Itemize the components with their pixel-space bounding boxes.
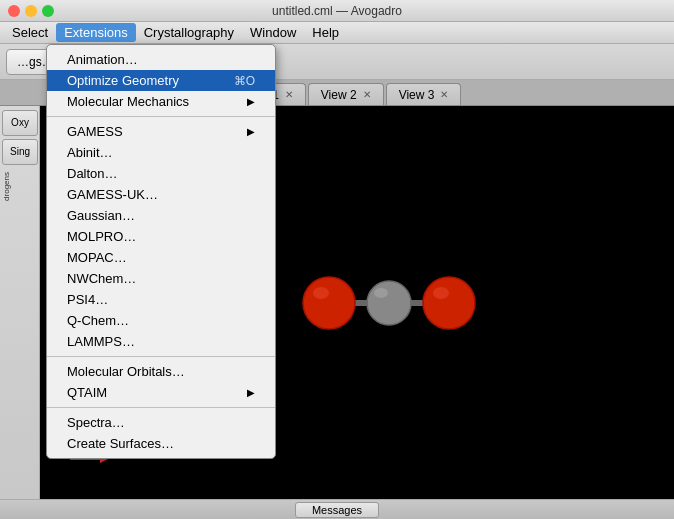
svg-point-3 bbox=[313, 287, 329, 299]
menu-item-qtaim[interactable]: QTAIM ▶ bbox=[47, 382, 275, 403]
submenu-arrow-qtaim: ▶ bbox=[247, 387, 255, 398]
tab-view2[interactable]: View 2 ✕ bbox=[308, 83, 384, 105]
menu-item-molecular-mechanics[interactable]: Molecular Mechanics ▶ bbox=[47, 91, 275, 112]
menu-item-create-surfaces[interactable]: Create Surfaces… bbox=[47, 433, 275, 454]
menu-help[interactable]: Help bbox=[304, 23, 347, 42]
status-bar: Messages bbox=[0, 499, 674, 519]
menu-item-lammps[interactable]: LAMMPS… bbox=[47, 331, 275, 352]
submenu-arrow-molecular-mechanics: ▶ bbox=[247, 96, 255, 107]
separator-2 bbox=[47, 356, 275, 357]
svg-point-7 bbox=[374, 288, 388, 298]
app-window: untitled.cml — Avogadro Select Extension… bbox=[0, 0, 674, 519]
menu-extensions[interactable]: Extensions bbox=[56, 23, 136, 42]
sidebar: Oxy Sing drogens bbox=[0, 106, 40, 499]
menu-item-molpro[interactable]: MOLPRO… bbox=[47, 226, 275, 247]
sidebar-button-oxy[interactable]: Oxy bbox=[2, 110, 38, 136]
menu-item-mopac[interactable]: MOPAC… bbox=[47, 247, 275, 268]
menu-crystallography[interactable]: Crystallography bbox=[136, 23, 242, 42]
menu-item-gamess[interactable]: GAMESS ▶ bbox=[47, 121, 275, 142]
submenu-arrow-gamess: ▶ bbox=[247, 126, 255, 137]
close-button[interactable] bbox=[8, 5, 20, 17]
menu-item-psi4[interactable]: PSI4… bbox=[47, 289, 275, 310]
tab-view2-label: View 2 bbox=[321, 88, 357, 102]
window-controls bbox=[8, 5, 54, 17]
menu-item-dalton[interactable]: Dalton… bbox=[47, 163, 275, 184]
optimize-geometry-shortcut: ⌘O bbox=[234, 74, 255, 88]
separator-1 bbox=[47, 116, 275, 117]
maximize-button[interactable] bbox=[42, 5, 54, 17]
sidebar-button-sing[interactable]: Sing bbox=[2, 139, 38, 165]
svg-point-2 bbox=[303, 277, 355, 329]
menu-item-spectra[interactable]: Spectra… bbox=[47, 412, 275, 433]
menu-item-optimize-geometry[interactable]: Optimize Geometry ⌘O bbox=[47, 70, 275, 91]
menu-item-abinit[interactable]: Abinit… bbox=[47, 142, 275, 163]
menu-window[interactable]: Window bbox=[242, 23, 304, 42]
extensions-dropdown: Animation… Optimize Geometry ⌘O Molecula… bbox=[46, 44, 276, 459]
tab-view2-close[interactable]: ✕ bbox=[363, 89, 371, 100]
tab-view3[interactable]: View 3 ✕ bbox=[386, 83, 462, 105]
tab-view1-close[interactable]: ✕ bbox=[285, 89, 293, 100]
titlebar: untitled.cml — Avogadro bbox=[0, 0, 674, 22]
svg-point-4 bbox=[423, 277, 475, 329]
menu-item-nwchem[interactable]: NWChem… bbox=[47, 268, 275, 289]
window-title: untitled.cml — Avogadro bbox=[272, 4, 402, 18]
minimize-button[interactable] bbox=[25, 5, 37, 17]
menu-item-animation[interactable]: Animation… bbox=[47, 49, 275, 70]
messages-button[interactable]: Messages bbox=[295, 502, 379, 518]
menu-item-qchem[interactable]: Q-Chem… bbox=[47, 310, 275, 331]
svg-point-6 bbox=[367, 281, 411, 325]
menu-item-gamess-uk[interactable]: GAMESS-UK… bbox=[47, 184, 275, 205]
dropdown-menu: Animation… Optimize Geometry ⌘O Molecula… bbox=[46, 44, 276, 459]
molecule-svg bbox=[289, 253, 489, 353]
menubar: Select Extensions Crystallography Window… bbox=[0, 22, 674, 44]
tab-view3-close[interactable]: ✕ bbox=[440, 89, 448, 100]
tab-view3-label: View 3 bbox=[399, 88, 435, 102]
menu-select[interactable]: Select bbox=[4, 23, 56, 42]
separator-3 bbox=[47, 407, 275, 408]
menu-item-molecular-orbitals[interactable]: Molecular Orbitals… bbox=[47, 361, 275, 382]
svg-point-5 bbox=[433, 287, 449, 299]
sidebar-label-hydrogens: drogens bbox=[2, 172, 37, 201]
menu-item-gaussian[interactable]: Gaussian… bbox=[47, 205, 275, 226]
